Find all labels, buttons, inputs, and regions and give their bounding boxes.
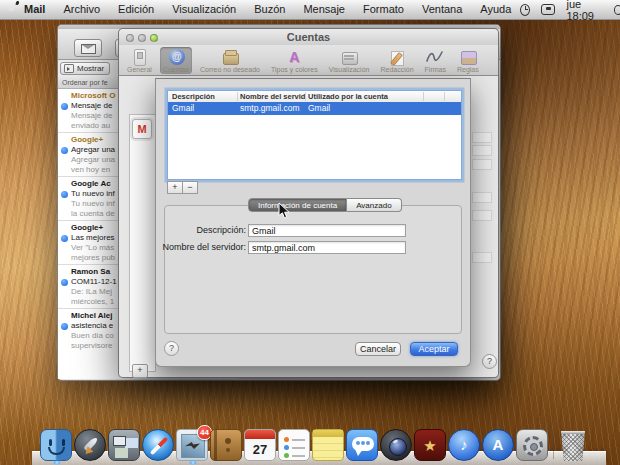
background-field — [472, 145, 492, 156]
dock-calendar-icon[interactable]: 27 — [244, 429, 276, 461]
unread-dot-icon — [61, 279, 68, 286]
menu-mensaje[interactable]: Mensaje — [294, 0, 354, 19]
accounts-icon: @ — [169, 49, 185, 65]
column-header[interactable]: Nombre del servidor — [240, 91, 306, 102]
unread-dot-icon — [61, 191, 68, 198]
window-help-button[interactable]: ? — [482, 354, 497, 369]
calendar-day: 27 — [245, 439, 275, 460]
composing-icon — [388, 49, 406, 65]
menu-buzon[interactable]: Buzón — [245, 0, 294, 19]
input-source-icon[interactable] — [541, 4, 555, 15]
server-name-field[interactable] — [248, 241, 406, 254]
unread-dot-icon — [61, 235, 68, 242]
menu-visualizacion[interactable]: Visualización — [163, 0, 245, 19]
dock-divider — [550, 425, 556, 461]
close-button[interactable] — [126, 34, 134, 42]
spotlight-icon[interactable] — [614, 5, 620, 15]
toolbar-item-reglas[interactable]: Reglas — [454, 47, 482, 74]
add-account-button[interactable]: + — [132, 364, 148, 378]
dock-app-store-icon[interactable]: A — [482, 429, 514, 461]
preferences-titlebar[interactable]: Cuentas — [119, 29, 498, 46]
accounts-list: M — [129, 114, 156, 372]
dock-mission-control-icon[interactable] — [108, 429, 140, 461]
menu-clock[interactable]: jue 18:09 — [566, 0, 602, 22]
toolbar-item-redaccion[interactable]: Redacción — [377, 47, 416, 74]
server-name-label: Nombre del servidor: — [160, 241, 246, 254]
window-title: Cuentas — [119, 29, 498, 45]
menu-archivo[interactable]: Archivo — [54, 0, 109, 19]
fonts-colors-icon: A — [285, 49, 303, 65]
envelope-icon — [81, 44, 96, 54]
menu-mail[interactable]: Mail — [24, 0, 54, 19]
tab-avanzado[interactable]: Avanzado — [347, 198, 401, 212]
dock-photo-booth-icon[interactable] — [380, 429, 412, 461]
dock-contacts-icon[interactable] — [210, 429, 242, 461]
smtp-server-sheet: Descripción Nombre del servidor Utilizad… — [155, 78, 471, 367]
table-row[interactable]: Gmail smtp.gmail.com Gmail — [168, 102, 461, 115]
dock-launchpad-icon[interactable] — [74, 429, 106, 461]
menu-bar: Mail Archivo Edición Visualización Buzón… — [0, 0, 620, 20]
toolbar-item-cuentas[interactable]: @ Cuentas — [160, 47, 192, 74]
minimize-button[interactable] — [138, 34, 146, 42]
toolbar-item-firmas[interactable]: Firmas — [422, 47, 449, 74]
background-field — [472, 252, 492, 263]
dock-imovie-icon[interactable]: ★ — [414, 429, 446, 461]
menu-ayuda[interactable]: Ayuda — [471, 0, 520, 19]
junk-mail-icon — [221, 49, 239, 65]
smtp-server-table[interactable]: Descripción Nombre del servidor Utilizad… — [167, 90, 462, 180]
screen: Mostrar Ordenar por fe Microsoft O Mensa… — [0, 0, 620, 465]
dock: 44 27 ★ ♪ A — [40, 425, 588, 461]
toolbar-item-visualizacion[interactable]: Visualización — [326, 47, 373, 74]
toolbar-item-correo-no-deseado[interactable]: Correo no deseado — [197, 47, 263, 74]
background-field — [472, 192, 492, 203]
zoom-button[interactable] — [150, 34, 158, 42]
show-related-label: Mostrar — [77, 64, 104, 73]
cancel-button[interactable]: Cancelar — [355, 342, 401, 356]
toolbar-item-general[interactable]: General — [124, 47, 155, 74]
toolbar-item-tipos-y-colores[interactable]: A Tipos y colores — [268, 47, 321, 74]
description-field[interactable] — [248, 224, 406, 237]
dock-reminders-icon[interactable] — [278, 429, 310, 461]
general-icon — [130, 49, 148, 65]
get-mail-button[interactable] — [74, 39, 102, 57]
dock-trash-icon[interactable] — [560, 431, 586, 461]
dock-safari-icon[interactable] — [142, 429, 174, 461]
column-header[interactable]: Descripción — [172, 91, 238, 102]
preferences-toolbar: General @ Cuentas Correo no deseado A Ti… — [119, 45, 498, 76]
dock-finder-icon[interactable] — [40, 429, 72, 461]
viewing-icon — [340, 49, 358, 65]
show-related-icon — [64, 64, 74, 73]
dock-mail-icon[interactable]: 44 — [176, 429, 208, 461]
unread-dot-icon — [61, 147, 68, 154]
dock-itunes-icon[interactable]: ♪ — [448, 429, 480, 461]
dock-system-preferences-icon[interactable] — [516, 429, 548, 461]
time-machine-icon[interactable] — [520, 4, 530, 16]
sheet-tabs: Información de cuenta Avanzado — [248, 198, 402, 212]
background-field — [472, 159, 492, 170]
running-indicator — [190, 461, 196, 464]
dock-notes-icon[interactable] — [312, 429, 344, 461]
running-indicator — [54, 461, 60, 464]
signatures-icon — [426, 49, 444, 65]
accept-button[interactable]: Aceptar — [410, 342, 458, 356]
background-field — [472, 210, 492, 221]
preferences-window: Cuentas General @ Cuentas Correo no dese… — [118, 28, 499, 378]
menu-edicion[interactable]: Edición — [109, 0, 163, 19]
menu-ventana[interactable]: Ventana — [413, 0, 471, 19]
unread-dot-icon — [61, 103, 68, 110]
menu-formato[interactable]: Formato — [354, 0, 413, 19]
add-server-button[interactable]: + — [167, 181, 183, 194]
unread-dot-icon — [61, 323, 68, 330]
show-related-button[interactable]: Mostrar — [60, 62, 110, 75]
gmail-account-icon[interactable]: M — [132, 119, 152, 139]
column-header[interactable]: Utilizado por la cuenta — [308, 91, 458, 102]
dock-messages-icon[interactable] — [346, 429, 378, 461]
description-label: Descripción: — [160, 224, 246, 237]
tab-informacion-de-cuenta[interactable]: Información de cuenta — [248, 198, 347, 212]
background-field — [472, 132, 492, 143]
rules-icon — [459, 49, 477, 65]
mouse-cursor — [278, 202, 290, 220]
sheet-help-button[interactable]: ? — [164, 341, 179, 356]
remove-server-button[interactable]: − — [182, 181, 198, 194]
